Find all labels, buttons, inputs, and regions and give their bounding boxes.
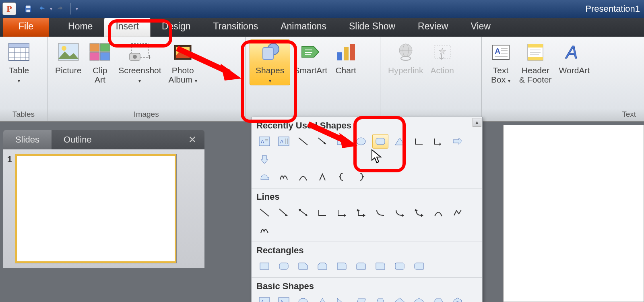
- shape-scribble[interactable]: [276, 170, 292, 184]
- shape-arrow-line[interactable]: [314, 134, 330, 149]
- tab-design[interactable]: Design: [151, 17, 202, 37]
- shape-textbox-vert[interactable]: A: [276, 134, 292, 149]
- panel-tab-slides[interactable]: Slides: [3, 130, 52, 149]
- shape-rect2[interactable]: [276, 259, 292, 273]
- shape-b-diamond[interactable]: [392, 295, 408, 302]
- shape-arc[interactable]: [295, 170, 311, 184]
- shape-curve-double[interactable]: [411, 205, 427, 220]
- app-letter: P: [6, 4, 12, 14]
- shape-b-textbox[interactable]: A: [256, 295, 272, 302]
- table-button[interactable]: Table▾: [4, 39, 34, 85]
- tab-review[interactable]: Review: [407, 17, 459, 37]
- shape-b-triangle[interactable]: [314, 295, 330, 302]
- group-links: Hyperlink Action: [380, 37, 482, 121]
- section-lines-header: Lines: [256, 191, 477, 205]
- slide-panel-tabs: Slides Outline ✕: [3, 130, 204, 149]
- svg-text:A: A: [280, 139, 283, 145]
- shape-right-arrow[interactable]: [450, 134, 466, 149]
- section-recent-header: Recently Used Shapes: [256, 120, 477, 134]
- shape-oval[interactable]: [353, 134, 369, 149]
- shape-freeform[interactable]: [256, 170, 272, 184]
- shape-rect1[interactable]: [256, 259, 272, 273]
- shape-b-rtriangle[interactable]: [334, 295, 350, 302]
- svg-line-63: [279, 209, 287, 215]
- shape-rect3[interactable]: [295, 259, 311, 273]
- shape-b-heptagon[interactable]: 7: [450, 295, 466, 302]
- header-footer-button[interactable]: Header & Footer: [516, 39, 555, 85]
- shape-double-arrow[interactable]: [295, 205, 311, 220]
- shape-rect6[interactable]: [353, 259, 369, 273]
- shape-arc2[interactable]: [430, 205, 446, 220]
- qat-customize-dropdown[interactable]: ▾: [76, 6, 78, 12]
- shape-b-pentagon[interactable]: [411, 295, 427, 302]
- tab-insert[interactable]: Insert: [104, 17, 151, 37]
- shape-line2[interactable]: [256, 205, 272, 220]
- shape-down-arrow[interactable]: [256, 152, 272, 166]
- shape-rect4[interactable]: [314, 259, 330, 273]
- shape-freeform2[interactable]: [450, 205, 466, 220]
- shapes-button[interactable]: Shapes▾: [250, 39, 290, 85]
- shape-b-hexagon[interactable]: [430, 295, 446, 302]
- shape-textbox[interactable]: A: [256, 134, 272, 149]
- shape-b-parallelogram[interactable]: [353, 295, 369, 302]
- tab-home[interactable]: Home: [57, 17, 104, 37]
- chart-button[interactable]: Chart: [331, 39, 361, 76]
- shape-curve[interactable]: [372, 205, 388, 220]
- shape-triangle[interactable]: [392, 134, 408, 149]
- hyperlink-button[interactable]: Hyperlink: [384, 39, 427, 76]
- slide-edit-area[interactable]: [503, 125, 644, 302]
- shape-curve-arrow[interactable]: [392, 205, 408, 220]
- picture-button[interactable]: Picture: [52, 39, 85, 76]
- shape-line[interactable]: [295, 134, 311, 149]
- photo-album-button[interactable]: Photo Album ▾: [165, 39, 201, 85]
- tab-animations[interactable]: Animations: [269, 17, 338, 37]
- qat-redo-button[interactable]: [54, 3, 65, 14]
- panel-tab-outline[interactable]: Outline: [52, 130, 104, 149]
- shape-b-oval[interactable]: [295, 295, 311, 302]
- qat-save-button[interactable]: [23, 3, 34, 14]
- tab-view[interactable]: View: [459, 17, 502, 37]
- text-box-button[interactable]: A Text Box ▾: [486, 39, 516, 85]
- app-icon[interactable]: P: [2, 2, 16, 15]
- photo-album-label: Photo Album ▾: [169, 66, 197, 84]
- shape-rect5[interactable]: [334, 259, 350, 273]
- slide-number: 1: [7, 154, 12, 165]
- shape-elbow2[interactable]: [334, 205, 350, 220]
- shape-rounded-rectangle[interactable]: [372, 134, 388, 149]
- shape-rect9[interactable]: [411, 259, 427, 273]
- shape-rectangle[interactable]: [334, 134, 350, 149]
- svg-rect-44: [528, 57, 543, 60]
- smartart-label: SmartArt: [294, 66, 327, 75]
- shape-elbow-arrow[interactable]: [430, 134, 446, 149]
- smartart-button[interactable]: SmartArt: [290, 39, 331, 76]
- group-images-label: Images: [47, 108, 245, 121]
- shape-left-brace[interactable]: [334, 170, 350, 184]
- shape-scribble2[interactable]: [256, 223, 272, 238]
- qat-undo-dropdown[interactable]: ▾: [50, 6, 52, 12]
- action-button[interactable]: Action: [427, 39, 458, 76]
- shape-b-trapezoid[interactable]: [372, 295, 388, 302]
- screenshot-button[interactable]: + Screenshot▾: [115, 39, 165, 85]
- shape-elbow1[interactable]: [314, 205, 330, 220]
- shape-elbow3[interactable]: [353, 205, 369, 220]
- shape-chevron[interactable]: [314, 170, 330, 184]
- tab-slide-show[interactable]: Slide Show: [338, 17, 407, 37]
- header-footer-icon: [524, 41, 547, 63]
- qat-undo-button[interactable]: [37, 3, 48, 14]
- shape-arrow-line2[interactable]: [276, 205, 292, 220]
- scroll-up-button[interactable]: ▲: [473, 118, 481, 127]
- shape-elbow-connector[interactable]: [411, 134, 427, 149]
- text-box-icon: A: [489, 41, 512, 63]
- svg-rect-14: [100, 43, 110, 52]
- shape-rect7[interactable]: [372, 259, 388, 273]
- panel-close-button[interactable]: ✕: [188, 134, 196, 145]
- tab-file[interactable]: File: [3, 17, 49, 37]
- shape-right-brace[interactable]: [353, 170, 369, 184]
- shape-b-textbox2[interactable]: A: [276, 295, 292, 302]
- wordart-button[interactable]: A WordArt: [555, 39, 594, 76]
- slide-panel: Slides Outline ✕ 1: [3, 130, 204, 268]
- shape-rect8[interactable]: [392, 259, 408, 273]
- slide-thumb-1[interactable]: 1: [7, 154, 200, 263]
- clipart-button[interactable]: Clip Art: [85, 39, 115, 85]
- tab-transitions[interactable]: Transitions: [202, 17, 270, 37]
